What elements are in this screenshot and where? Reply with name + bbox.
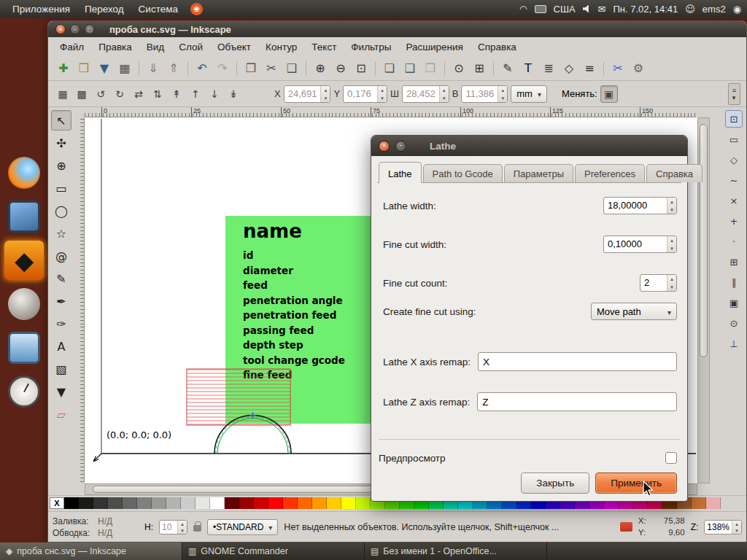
color-swatch[interactable] bbox=[196, 497, 210, 509]
stroke-value[interactable]: Н/Д bbox=[98, 528, 112, 538]
vertical-ruler[interactable] bbox=[74, 117, 85, 482]
power-icon[interactable]: ◉ bbox=[733, 4, 741, 15]
screenlets-icon[interactable] bbox=[8, 332, 40, 364]
pencil-tool[interactable]: ✎ bbox=[51, 268, 71, 289]
raise-icon[interactable]: ↑ bbox=[187, 85, 204, 103]
snap-centers-icon[interactable]: + bbox=[725, 212, 743, 230]
zoom-page-icon[interactable]: ⊡ bbox=[352, 59, 371, 78]
spin-up-icon[interactable] bbox=[667, 198, 676, 206]
create-fine-cut-dropdown[interactable]: Move path bbox=[591, 303, 677, 320]
snap-intersections-icon[interactable]: × bbox=[725, 192, 743, 209]
dialog-tab[interactable]: Параметры bbox=[504, 164, 573, 182]
color-swatch[interactable] bbox=[181, 497, 196, 509]
separator[interactable] bbox=[493, 61, 494, 76]
import-icon[interactable]: ⇓ bbox=[144, 59, 163, 78]
spin-up-icon[interactable] bbox=[321, 86, 330, 94]
spin-up-icon[interactable] bbox=[440, 86, 449, 94]
opacity-input[interactable]: 10 bbox=[160, 521, 177, 534]
x-input[interactable]: 24,691 bbox=[285, 86, 321, 102]
menu-item[interactable]: Вид bbox=[139, 39, 171, 55]
color-swatch[interactable] bbox=[356, 497, 371, 509]
separator[interactable] bbox=[187, 61, 188, 76]
affect-toggle-icon[interactable]: ▣ bbox=[600, 85, 618, 103]
dialog-close-button[interactable] bbox=[379, 141, 390, 152]
snap-nodes-icon[interactable]: ◇ bbox=[725, 151, 743, 168]
fill-value[interactable]: Н/Д bbox=[98, 516, 112, 526]
preview-checkbox[interactable] bbox=[665, 452, 677, 464]
color-swatch[interactable] bbox=[152, 497, 166, 509]
volume-icon[interactable] bbox=[583, 5, 591, 13]
zoom-input[interactable]: 138% bbox=[705, 521, 732, 534]
text-tool[interactable]: A bbox=[51, 336, 71, 357]
separator[interactable] bbox=[375, 61, 376, 76]
xml-editor-icon[interactable]: ◇ bbox=[560, 59, 578, 78]
color-swatch[interactable] bbox=[298, 497, 312, 509]
flip-horizontal-icon[interactable]: ⇄ bbox=[130, 85, 147, 103]
keyboard-indicator-icon[interactable] bbox=[620, 522, 632, 532]
spin-down-icon[interactable] bbox=[732, 527, 741, 534]
save-icon[interactable]: ▼ bbox=[95, 59, 114, 78]
dialog-tab[interactable]: Path to Gcode bbox=[423, 164, 503, 182]
color-swatch[interactable] bbox=[79, 497, 93, 509]
cut-icon[interactable]: ✂ bbox=[262, 59, 281, 78]
undo-icon[interactable]: ↶ bbox=[193, 59, 212, 78]
color-swatch[interactable] bbox=[341, 497, 356, 509]
keyboard-layout[interactable]: США bbox=[554, 4, 576, 15]
menu-item[interactable]: Файл bbox=[53, 39, 91, 55]
flip-vertical-icon[interactable]: ⇅ bbox=[149, 85, 166, 103]
eraser-tool[interactable]: ▱ bbox=[51, 404, 71, 424]
window-close-button[interactable] bbox=[55, 24, 66, 34]
color-swatch[interactable] bbox=[166, 497, 181, 509]
no-color-swatch[interactable]: X bbox=[50, 497, 64, 509]
spin-down-icon[interactable] bbox=[667, 283, 676, 291]
color-swatch[interactable] bbox=[239, 497, 254, 509]
color-swatch[interactable] bbox=[123, 497, 137, 509]
spin-up-icon[interactable] bbox=[667, 236, 676, 244]
zoom-out-icon[interactable]: ⊖ bbox=[331, 59, 350, 78]
lower-to-bottom-icon[interactable]: ↡ bbox=[225, 85, 242, 103]
window-minimize-button[interactable] bbox=[70, 24, 80, 34]
lock-icon[interactable] bbox=[193, 525, 201, 532]
dialog-minimize-button[interactable] bbox=[395, 141, 406, 152]
calligraphy-tool[interactable]: ✑ bbox=[51, 314, 71, 334]
separator[interactable] bbox=[444, 61, 445, 76]
snap-baseline-icon[interactable]: ⊥ bbox=[725, 335, 743, 352]
star-tool[interactable]: ☆ bbox=[51, 223, 71, 244]
spin-down-icon[interactable] bbox=[498, 94, 507, 102]
color-swatch[interactable] bbox=[268, 497, 283, 509]
gradient-tool[interactable]: ▧ bbox=[51, 359, 71, 379]
spin-down-icon[interactable] bbox=[667, 206, 676, 214]
redo-icon[interactable]: ↷ bbox=[213, 59, 232, 78]
print-icon[interactable]: ▦ bbox=[115, 59, 134, 78]
fine-cut-width-input[interactable]: 0,10000 bbox=[604, 236, 667, 252]
menu-item[interactable]: Объект bbox=[210, 39, 258, 55]
spin-up-icon[interactable] bbox=[498, 86, 507, 94]
spin-down-icon[interactable] bbox=[378, 94, 387, 102]
menu-item[interactable]: Расширения bbox=[398, 39, 471, 55]
zoom-drawing-icon[interactable]: ⊞ bbox=[470, 59, 489, 78]
color-swatch[interactable] bbox=[283, 497, 298, 509]
lathe-width-input[interactable]: 18,00000 bbox=[604, 198, 667, 214]
spin-up-icon[interactable] bbox=[732, 521, 741, 527]
open-document-icon[interactable]: ❒ bbox=[74, 59, 93, 78]
separator[interactable] bbox=[306, 61, 306, 76]
pen-tool[interactable]: ✒ bbox=[51, 291, 71, 311]
rotate-cw-icon[interactable]: ↻ bbox=[111, 85, 128, 103]
menu-item[interactable]: Контур bbox=[258, 39, 304, 55]
select-all-layers-icon[interactable]: ▩ bbox=[73, 85, 90, 103]
spin-up-icon[interactable] bbox=[378, 86, 387, 94]
dialog-titlebar[interactable]: Lathe bbox=[371, 136, 687, 156]
node-tool[interactable]: ✣ bbox=[51, 133, 71, 153]
x-remap-input[interactable]: X bbox=[478, 352, 677, 371]
zoom-selection-icon[interactable]: ⊙ bbox=[449, 59, 468, 78]
selector-tool[interactable]: ↖ bbox=[51, 110, 71, 131]
gimp-icon[interactable] bbox=[8, 288, 40, 320]
separator[interactable] bbox=[139, 61, 139, 76]
menu-item[interactable]: Справка bbox=[471, 39, 524, 55]
clock-widget-icon[interactable] bbox=[8, 376, 40, 408]
paste-icon[interactable]: ❑ bbox=[282, 59, 301, 78]
menu-item[interactable]: Слой bbox=[171, 39, 210, 55]
color-swatch[interactable] bbox=[692, 497, 706, 509]
color-swatch[interactable] bbox=[93, 497, 108, 509]
snap-guides-icon[interactable]: ∥ bbox=[725, 273, 743, 291]
